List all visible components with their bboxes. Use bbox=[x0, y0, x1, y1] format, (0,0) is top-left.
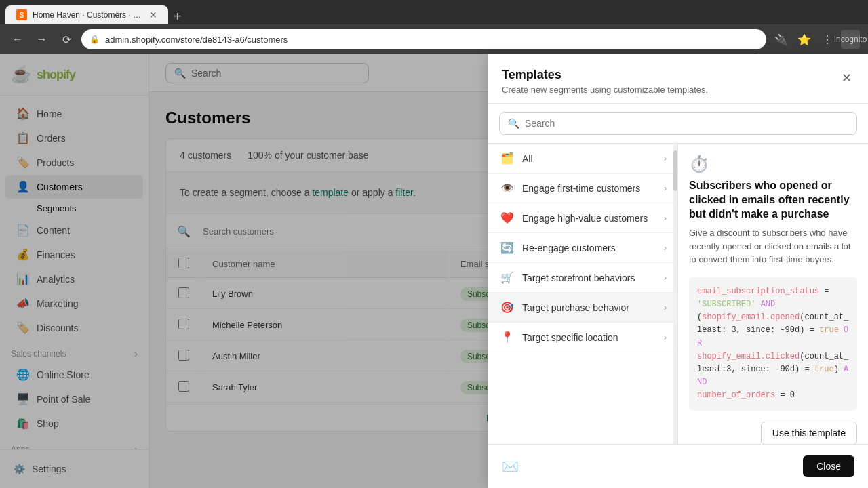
engage-high-arrow: › bbox=[664, 214, 667, 223]
category-target-purchase[interactable]: 🎯 Target purchase behavior › bbox=[488, 293, 677, 323]
close-tab-button[interactable]: ✕ bbox=[149, 9, 157, 20]
nav-actions: 🔌 ⭐ ⋮ Incognito bbox=[772, 30, 860, 49]
table-search-icon: 🔍 bbox=[177, 225, 191, 238]
all-icon: 🗂️ bbox=[499, 152, 515, 165]
templates-search-field[interactable]: 🔍 bbox=[499, 112, 857, 135]
sidebar-item-shop[interactable]: 🛍️ Shop bbox=[5, 411, 143, 435]
address-bar[interactable]: 🔒 admin.shopify.com/store/de8143-a6/cust… bbox=[81, 29, 766, 49]
sidebar-label-point-of-sale: Point of Sale bbox=[37, 394, 90, 405]
shopify-logo-text: shopify bbox=[37, 68, 75, 82]
sidebar-label-home: Home bbox=[37, 108, 62, 119]
browser-chrome: S Home Haven · Customers · Sho... ✕ + ← … bbox=[0, 0, 868, 54]
content-icon: 📄 bbox=[16, 224, 30, 237]
forward-button[interactable]: → bbox=[33, 30, 52, 49]
templates-search-input[interactable] bbox=[525, 118, 848, 129]
sidebar-item-home[interactable]: 🏠 Home bbox=[5, 102, 143, 125]
apps-arrow[interactable]: › bbox=[134, 444, 138, 449]
templates-footer: ✉️ Close bbox=[488, 444, 868, 488]
category-engage-high[interactable]: ❤️ Engage high-value customers › bbox=[488, 203, 677, 233]
select-all-checkbox[interactable] bbox=[178, 258, 189, 268]
bookmark-button[interactable]: ⭐ bbox=[795, 30, 814, 49]
sidebar-label-discounts: Discounts bbox=[37, 323, 78, 333]
sidebar-sub-label-segments: Segments bbox=[37, 203, 77, 214]
browser-tab[interactable]: S Home Haven · Customers · Sho... ✕ bbox=[5, 5, 168, 24]
target-location-icon: 📍 bbox=[499, 331, 515, 344]
sidebar-item-content[interactable]: 📄 Content bbox=[5, 218, 143, 242]
sidebar-label-content: Content bbox=[37, 225, 70, 236]
re-engage-icon: 🔄 bbox=[499, 241, 515, 254]
category-all-label: All bbox=[522, 153, 657, 164]
row-checkbox-0[interactable] bbox=[178, 287, 189, 298]
sidebar-item-point-of-sale[interactable]: 🖥️ Point of Sale bbox=[5, 387, 143, 411]
sidebar-item-online-store[interactable]: 🌐 Online Store bbox=[5, 363, 143, 386]
category-engage-high-label: Engage high-value customers bbox=[522, 213, 657, 224]
category-target-storefront-label: Target storefront behaviors bbox=[522, 272, 657, 283]
sidebar-item-customers[interactable]: 👤 Customers bbox=[5, 175, 143, 199]
tab-bar: S Home Haven · Customers · Sho... ✕ + bbox=[0, 0, 868, 24]
sidebar-item-finances[interactable]: 💰 Finances bbox=[5, 243, 143, 266]
table-search-input[interactable] bbox=[196, 222, 359, 241]
search-input[interactable] bbox=[191, 68, 340, 79]
target-purchase-icon: 🎯 bbox=[499, 301, 515, 314]
extensions-button[interactable]: 🔌 bbox=[772, 30, 791, 49]
reload-button[interactable]: ⟳ bbox=[57, 30, 76, 49]
pos-icon: 🖥️ bbox=[16, 392, 30, 405]
detail-description: Give a discount to subscribers who have … bbox=[689, 226, 857, 266]
templates-panel: Templates Create new segments using cust… bbox=[488, 54, 868, 488]
all-arrow: › bbox=[664, 154, 667, 163]
browser-nav: ← → ⟳ 🔒 admin.shopify.com/store/de8143-a… bbox=[0, 24, 868, 54]
category-target-location[interactable]: 📍 Target specific location › bbox=[488, 323, 677, 352]
code-line-4: shopify_email.clicked bbox=[697, 352, 800, 361]
template-link[interactable]: template bbox=[312, 187, 349, 198]
new-tab-button[interactable]: + bbox=[168, 9, 187, 24]
search-bar[interactable]: 🔍 bbox=[165, 63, 369, 83]
settings-label: Settings bbox=[32, 464, 66, 474]
sidebar-item-products[interactable]: 🏷️ Products bbox=[5, 150, 143, 174]
sidebar-sub-item-segments[interactable]: Segments bbox=[5, 199, 143, 218]
code-line-2: 'SUBSCRIBED' bbox=[697, 300, 755, 309]
col-customer-name: Customer name bbox=[201, 251, 448, 278]
sales-channels-arrow[interactable]: › bbox=[134, 348, 138, 359]
detail-icon: ⏱️ bbox=[689, 155, 857, 174]
code-true-2: true bbox=[814, 365, 834, 374]
customers-icon: 👤 bbox=[16, 180, 30, 193]
close-templates-button[interactable]: ✕ bbox=[839, 68, 854, 88]
row-checkbox-3[interactable] bbox=[178, 381, 189, 392]
target-storefront-arrow: › bbox=[664, 273, 667, 283]
segment-text-middle: or apply a bbox=[349, 187, 395, 198]
category-re-engage[interactable]: 🔄 Re-engage customers › bbox=[488, 233, 677, 263]
code-line-5: number_of_orders bbox=[697, 390, 775, 400]
category-engage-first[interactable]: 👁️ Engage first-time customers › bbox=[488, 174, 677, 203]
close-bottom-button[interactable]: Close bbox=[803, 455, 854, 477]
templates-search-icon: 🔍 bbox=[508, 118, 519, 129]
settings-item[interactable]: ⚙️ Settings bbox=[8, 458, 140, 480]
scrollbar-thumb[interactable] bbox=[673, 150, 677, 191]
code-line-1: email_subscription_status bbox=[697, 287, 819, 296]
customer-name-3: Sarah Tyler bbox=[201, 373, 448, 403]
sidebar-label-analytics: Analytics bbox=[37, 274, 75, 285]
email-icon: ✉️ bbox=[502, 458, 519, 474]
shopify-logo-icon: ☕ bbox=[11, 65, 31, 84]
row-checkbox-2[interactable] bbox=[178, 350, 189, 361]
back-button[interactable]: ← bbox=[8, 30, 27, 49]
favicon: S bbox=[16, 9, 27, 20]
sidebar-item-discounts[interactable]: 🏷️ Discounts bbox=[5, 316, 143, 340]
detail-title: Subscribers who opened or clicked in ema… bbox=[689, 179, 857, 221]
sidebar-item-orders[interactable]: 📋 Orders bbox=[5, 126, 143, 150]
sidebar-label-online-store: Online Store bbox=[37, 369, 90, 380]
category-target-storefront[interactable]: 🛒 Target storefront behaviors › bbox=[488, 263, 677, 293]
discounts-icon: 🏷️ bbox=[16, 321, 30, 334]
sidebar-label-shop: Shop bbox=[37, 418, 59, 429]
settings-icon: ⚙️ bbox=[14, 464, 25, 474]
category-all[interactable]: 🗂️ All › bbox=[488, 144, 677, 174]
sidebar-item-marketing[interactable]: 📣 Marketing bbox=[5, 291, 143, 315]
filter-link[interactable]: filter bbox=[395, 187, 413, 198]
sidebar-item-analytics[interactable]: 📊 Analytics bbox=[5, 267, 143, 291]
shopify-logo: ☕ shopify bbox=[11, 65, 75, 84]
finances-icon: 💰 bbox=[16, 248, 30, 261]
shop-icon: 🛍️ bbox=[16, 417, 30, 430]
row-checkbox-1[interactable] bbox=[178, 319, 189, 329]
use-template-button[interactable]: Use this template bbox=[761, 422, 857, 444]
tab-title: Home Haven · Customers · Sho... bbox=[33, 10, 144, 20]
orders-icon: 📋 bbox=[16, 131, 30, 144]
